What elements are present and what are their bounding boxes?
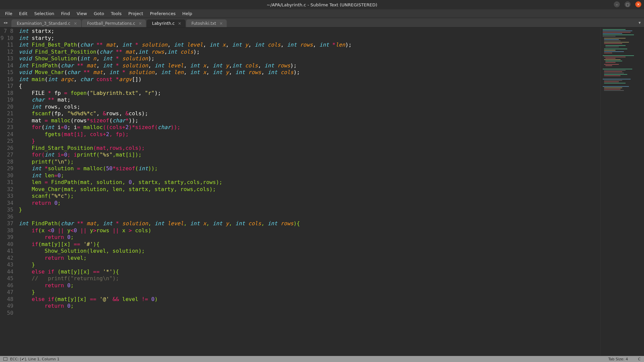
- editor[interactable]: 7 8 9 10 11 12 13 14 15 16 17 18 19 20 2…: [0, 27, 644, 356]
- menu-tools[interactable]: Tools: [108, 10, 124, 17]
- tab-nav[interactable]: ◂▸: [0, 18, 11, 27]
- close-icon[interactable]: ×: [219, 21, 223, 26]
- minimize-icon[interactable]: –: [614, 1, 620, 7]
- status-tabsize[interactable]: Tab Size: 4: [608, 357, 628, 361]
- tab-examination[interactable]: Examination_3_Standard.c×: [11, 19, 81, 27]
- window-title: ~/APA/Labyrinth.c - Sublime Text (UNREGI…: [267, 2, 377, 7]
- close-icon[interactable]: ✕: [635, 1, 641, 7]
- tab-label: Football_Permutations.c: [87, 21, 135, 26]
- menu-help[interactable]: Help: [179, 10, 195, 17]
- menu-selection[interactable]: Selection: [31, 10, 57, 17]
- status-left: ECC: [✔], Line 1, Column 1: [10, 357, 59, 361]
- tab-labyrinth[interactable]: Labyrinth.c×: [147, 19, 185, 27]
- close-icon[interactable]: ×: [74, 21, 77, 26]
- menu-preferences[interactable]: Preferences: [147, 10, 178, 17]
- menu-view[interactable]: View: [74, 10, 90, 17]
- chevron-right-icon: ▸: [6, 20, 8, 25]
- tab-label: Examination_3_Standard.c: [17, 21, 70, 26]
- tab-overflow-icon[interactable]: ▾: [635, 18, 644, 27]
- code-area[interactable]: int startx; int starty; int Find_Best_Pa…: [17, 27, 600, 356]
- window-controls: – ▢ ✕: [614, 1, 641, 7]
- menu-goto[interactable]: Goto: [91, 10, 107, 17]
- tab-futoshiki[interactable]: Futoshiki.txt×: [186, 19, 227, 27]
- close-icon[interactable]: ×: [139, 21, 142, 26]
- tabbar: ◂▸ Examination_3_Standard.c× Football_Pe…: [0, 18, 644, 27]
- maximize-icon[interactable]: ▢: [625, 1, 631, 7]
- menu-project[interactable]: Project: [125, 10, 146, 17]
- status-language[interactable]: C: [638, 357, 641, 361]
- tab-label: Labyrinth.c: [152, 21, 174, 26]
- line-gutter: 7 8 9 10 11 12 13 14 15 16 17 18 19 20 2…: [0, 27, 17, 356]
- menu-file[interactable]: File: [2, 10, 15, 17]
- chevron-left-icon: ◂: [3, 20, 5, 25]
- titlebar: ~/APA/Labyrinth.c - Sublime Text (UNREGI…: [0, 0, 644, 9]
- minimap-icon: [602, 28, 642, 263]
- panel-icon[interactable]: [3, 357, 7, 361]
- statusbar: ECC: [✔], Line 1, Column 1 Tab Size: 4 C: [0, 356, 644, 362]
- menubar: File Edit Selection Find View Goto Tools…: [0, 9, 644, 18]
- menu-edit[interactable]: Edit: [16, 10, 31, 17]
- tab-label: Futoshiki.txt: [192, 21, 216, 26]
- close-icon[interactable]: ×: [178, 21, 181, 26]
- tab-football[interactable]: Football_Permutations.c×: [82, 19, 146, 27]
- minimap[interactable]: [600, 27, 644, 356]
- menu-find[interactable]: Find: [58, 10, 73, 17]
